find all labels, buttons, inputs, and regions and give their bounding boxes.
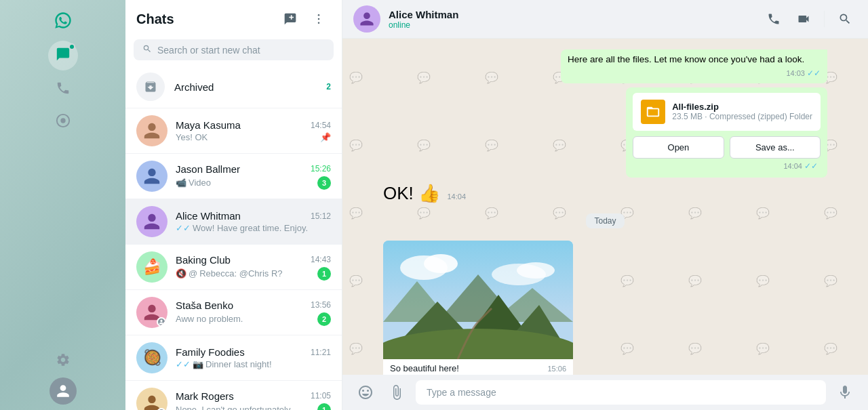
settings-nav-icon[interactable] [48, 345, 78, 375]
main-panel: Chats Archived [125, 0, 868, 410]
chats-nav-icon[interactable] [48, 41, 78, 70]
contact-info: Alice Whitman online [389, 9, 753, 30]
search-bar [125, 35, 342, 66]
img-caption: So beautiful here! 15:06 [383, 359, 573, 375]
search-icon [142, 44, 152, 56]
unread-badge-baking: 1 [317, 267, 331, 281]
chat-list-title: Chats [136, 12, 174, 27]
chat-window: Alice Whitman online Here [342, 0, 868, 410]
tick-icon-alice: ✓✓ [176, 223, 191, 233]
chat-name-maya: Maya Kasuma [176, 119, 241, 131]
chat-item-mark[interactable]: Mark Rogers 11:05 Nope. I can't go unfor… [125, 381, 342, 410]
message-input[interactable] [416, 380, 826, 405]
avatar-jason [136, 161, 167, 192]
mountain-image [383, 241, 573, 359]
header-actions [762, 7, 857, 31]
avatar-alice [136, 206, 167, 237]
emoji-button[interactable] [353, 380, 378, 405]
chat-window-header: Alice Whitman online [342, 0, 868, 39]
file-meta: 23.5 MB · Compressed (zipped) Folder [672, 112, 812, 121]
chat-item-maya[interactable]: Maya Kasuma 14:54 Yes! OK 📌 [125, 108, 342, 154]
at-icon-baking: @ [189, 268, 197, 279]
file-save-button[interactable]: Save as... [730, 136, 821, 159]
search-input-wrap [134, 39, 334, 60]
msg-file-bubble: All-files.zip 23.5 MB · Compressed (zipp… [383, 87, 827, 178]
msg-ok-emoji-bubble: OK! 👍 14:04 [383, 183, 466, 204]
chat-item-jason[interactable]: Jason Ballmer 15:26 📹 Video 3 [125, 154, 342, 199]
file-bubble-inner: All-files.zip 23.5 MB · Compressed (zipp… [633, 93, 821, 131]
header-icons [278, 7, 331, 31]
file-actions: Open Save as... [633, 136, 821, 159]
chat-name-family: Family Foodies [176, 346, 245, 358]
msg-received-ok: OK! 👍 14:04 [383, 183, 827, 204]
file-name: All-files.zip [672, 102, 812, 112]
chat-time-alice: 15:12 [311, 211, 331, 221]
archived-row[interactable]: Archived 2 [125, 66, 342, 108]
contact-avatar [353, 5, 380, 33]
chat-info-alice: Alice Whitman 15:12 ✓✓ Wow! Have great t… [176, 210, 331, 233]
search-input[interactable] [157, 45, 325, 56]
video-icon-preview: 📹 [176, 178, 186, 188]
unread-badge-mark: 1 [317, 403, 331, 411]
profile-avatar[interactable] [50, 377, 77, 405]
archived-label: Archived [174, 81, 317, 93]
chat-info-family: Family Foodies 11:21 ✓✓ 📷 Dinner last ni… [176, 346, 331, 369]
avatar-maya [136, 115, 167, 146]
archived-count: 2 [326, 82, 331, 91]
status-nav-icon[interactable] [48, 106, 78, 136]
unread-badge-jason: 3 [317, 176, 331, 190]
new-chat-button[interactable] [278, 7, 302, 31]
img-time: 15:06 [547, 365, 566, 373]
voice-record-button[interactable] [833, 380, 857, 405]
chat-name-baking: Baking Club [176, 254, 231, 266]
msg-tick-1: ✓✓ [807, 68, 821, 78]
chat-item-family[interactable]: 🥘 Family Foodies 11:21 ✓✓ 📷 Dinner last … [125, 335, 342, 381]
chat-info-maya: Maya Kasuma 14:54 Yes! OK 📌 [176, 119, 331, 142]
chat-item-baking[interactable]: 🍰 Baking Club 14:43 🔇 @ Rebecca: @Chris … [125, 245, 342, 290]
file-open-button[interactable]: Open [633, 136, 724, 159]
chat-input-area [342, 375, 868, 410]
camera-icon-family: 📷 [193, 359, 203, 369]
avatar-mark [136, 388, 167, 410]
video-call-button[interactable] [791, 7, 816, 31]
voice-call-button[interactable] [762, 7, 786, 31]
chat-list-panel: Chats Archived [125, 0, 342, 410]
chat-item-alice[interactable]: Alice Whitman 15:12 ✓✓ Wow! Have great t… [125, 199, 342, 245]
messages-area: Here are all the files. Let me know once… [342, 39, 868, 375]
svg-point-3 [318, 18, 320, 20]
chat-name-alice: Alice Whitman [176, 210, 241, 222]
chat-info-baking: Baking Club 14:43 🔇 @ Rebecca: @Chris R?… [176, 254, 331, 281]
chat-name-mark: Mark Rogers [176, 390, 234, 402]
search-in-chat-button[interactable] [833, 7, 857, 31]
chat-time-mark: 11:05 [311, 391, 331, 401]
chat-preview-family: ✓✓ 📷 Dinner last night! [176, 359, 331, 369]
attach-button[interactable] [384, 380, 409, 405]
file-msg-tick: ✓✓ [804, 161, 818, 171]
msg-time-1: 14:03 ✓✓ [786, 68, 821, 79]
date-label: Today [586, 213, 624, 228]
file-bubble-container: All-files.zip 23.5 MB · Compressed (zipp… [626, 87, 827, 178]
chat-name-stasa: Staša Benko [176, 300, 233, 311]
file-icon [641, 100, 665, 124]
contact-status: online [389, 20, 753, 30]
msg-text-1: Here are all the files. Let me know once… [568, 54, 804, 64]
sidebar [0, 0, 125, 410]
file-details: All-files.zip 23.5 MB · Compressed (zipp… [672, 102, 812, 121]
chat-bubble-icon [56, 47, 71, 65]
chat-time-stasa: 13:56 [311, 300, 331, 310]
chat-item-stasa[interactable]: Staša Benko 13:56 Aww no problem. 2 [125, 290, 342, 335]
svg-point-2 [318, 14, 320, 16]
chat-list-header: Chats [125, 0, 342, 35]
svg-point-9 [517, 262, 555, 279]
whatsapp-logo [48, 5, 78, 35]
chat-info-jason: Jason Ballmer 15:26 📹 Video 3 [176, 163, 331, 190]
chat-preview-mark: Nope. I can't go unfortunately. [176, 405, 317, 410]
chat-info-stasa: Staša Benko 13:56 Aww no problem. 2 [176, 300, 331, 326]
calls-nav-icon[interactable] [48, 73, 78, 103]
more-options-button[interactable] [307, 7, 331, 31]
contact-name: Alice Whitman [389, 9, 753, 20]
img-caption-text: So beautiful here! 15:06 [390, 363, 566, 373]
chat-name-jason: Jason Ballmer [176, 163, 240, 175]
avatar-baking: 🍰 [136, 251, 167, 283]
msg-sent-text-1: Here are all the files. Let me know once… [383, 49, 827, 83]
